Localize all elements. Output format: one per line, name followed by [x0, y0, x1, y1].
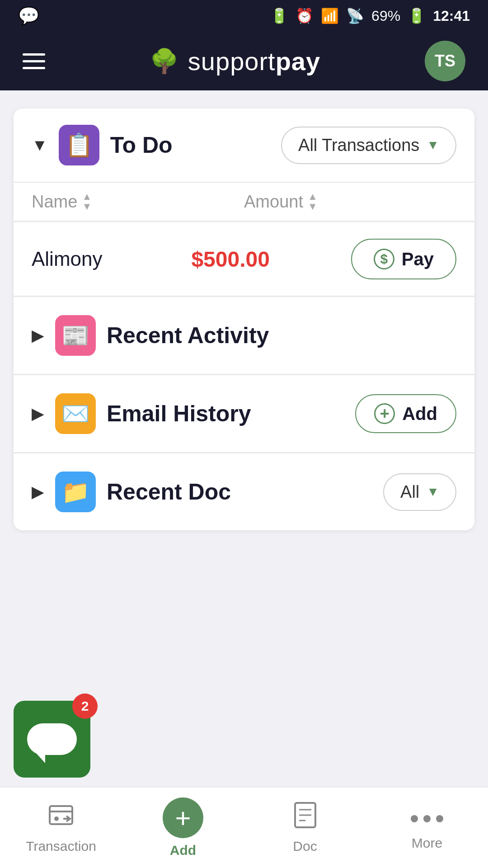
- navbar: 🌳 supportpay TS: [0, 32, 488, 90]
- col-amount-header[interactable]: Amount ▲ ▼: [244, 192, 456, 212]
- whatsapp-icon: 💬: [18, 6, 39, 26]
- battery-percent: 69%: [371, 8, 400, 24]
- svg-point-9: [436, 815, 443, 822]
- more-label: More: [412, 835, 442, 851]
- todo-header: ▼ 📋 To Do All Transactions ▼: [14, 108, 474, 182]
- email-history-title: Email History: [107, 401, 344, 427]
- pay-dollar-icon: $: [374, 249, 394, 269]
- recent-activity-icon: 📰: [55, 315, 96, 356]
- dropdown-chevron-icon: ▼: [427, 138, 439, 152]
- amount-sort-icon: ▲ ▼: [308, 192, 318, 212]
- chat-badge: 2: [72, 693, 98, 719]
- add-label: Add: [170, 843, 196, 858]
- recent-activity-section: ▶ 📰 Recent Activity: [14, 296, 474, 374]
- recent-doc-icon: 📁: [55, 472, 96, 512]
- avatar[interactable]: TS: [425, 41, 465, 81]
- recent-doc-dropdown[interactable]: All ▼: [383, 473, 456, 511]
- signal-icon: 📡: [346, 7, 364, 24]
- nav-add[interactable]: + Add: [122, 788, 244, 868]
- recent-activity-title: Recent Activity: [107, 322, 456, 349]
- more-icon: [409, 805, 445, 831]
- add-circle-icon: +: [374, 403, 395, 424]
- email-history-chevron-icon[interactable]: ▶: [32, 404, 44, 423]
- add-icon: +: [163, 797, 203, 838]
- hamburger-menu[interactable]: [23, 53, 45, 69]
- email-history-add-button[interactable]: + Add: [355, 394, 456, 433]
- doc-icon: [293, 802, 318, 834]
- alarm-icon: ⏰: [296, 7, 314, 24]
- todo-transactions-dropdown[interactable]: All Transactions ▼: [281, 127, 456, 164]
- todo-icon: 📋: [59, 125, 99, 165]
- transaction-label: Transaction: [26, 839, 96, 854]
- name-sort-icon: ▲ ▼: [82, 192, 92, 212]
- table-row: Alimony $500.00 $ Pay: [14, 222, 474, 296]
- chat-fab[interactable]: 2: [14, 701, 90, 778]
- svg-point-7: [411, 815, 418, 822]
- chat-bubble-icon: [27, 723, 77, 755]
- svg-point-8: [423, 815, 431, 822]
- todo-title: To Do: [110, 132, 270, 158]
- recent-activity-chevron-icon[interactable]: ▶: [32, 326, 44, 345]
- row-name-alimony: Alimony: [32, 248, 191, 270]
- clock-time: 12:41: [433, 8, 470, 24]
- battery-fill-icon: 🔋: [408, 7, 426, 24]
- status-right: 🔋 ⏰ 📶 📡 69% 🔋 12:41: [270, 7, 470, 24]
- todo-chevron-down-icon[interactable]: ▼: [32, 136, 48, 155]
- col-name-header[interactable]: Name ▲ ▼: [32, 192, 244, 212]
- nav-more[interactable]: More: [366, 788, 488, 868]
- row-amount-alimony: $500.00: [191, 247, 351, 272]
- pay-button[interactable]: $ Pay: [351, 239, 456, 279]
- doc-label: Doc: [293, 839, 317, 854]
- email-history-icon: ✉️: [55, 393, 96, 434]
- svg-rect-0: [50, 806, 72, 824]
- nav-transaction[interactable]: Transaction: [0, 788, 122, 868]
- transaction-icon: [47, 802, 75, 834]
- todo-table-header: Name ▲ ▼ Amount ▲ ▼: [14, 182, 474, 222]
- email-history-section: ▶ ✉️ Email History + Add: [14, 374, 474, 452]
- bottom-nav: Transaction + Add Doc More: [0, 787, 488, 868]
- nav-doc[interactable]: Doc: [244, 788, 366, 868]
- svg-point-2: [54, 816, 59, 821]
- brand: 🌳 supportpay: [150, 47, 320, 76]
- brand-text: supportpay: [188, 47, 320, 76]
- status-bar: 💬 🔋 ⏰ 📶 📡 69% 🔋 12:41: [0, 0, 488, 32]
- wifi-icon: 📶: [321, 7, 339, 24]
- recent-doc-section: ▶ 📁 Recent Doc All ▼: [14, 452, 474, 530]
- doc-dropdown-chevron-icon: ▼: [427, 485, 439, 499]
- recent-doc-title: Recent Doc: [107, 479, 372, 505]
- brand-tree-icon: 🌳: [150, 47, 179, 75]
- recent-doc-chevron-icon[interactable]: ▶: [32, 482, 44, 501]
- todo-card: ▼ 📋 To Do All Transactions ▼ Name ▲ ▼ Am…: [14, 108, 474, 530]
- battery-icon: 🔋: [270, 7, 288, 24]
- main-content: ▼ 📋 To Do All Transactions ▼ Name ▲ ▼ Am…: [0, 90, 488, 548]
